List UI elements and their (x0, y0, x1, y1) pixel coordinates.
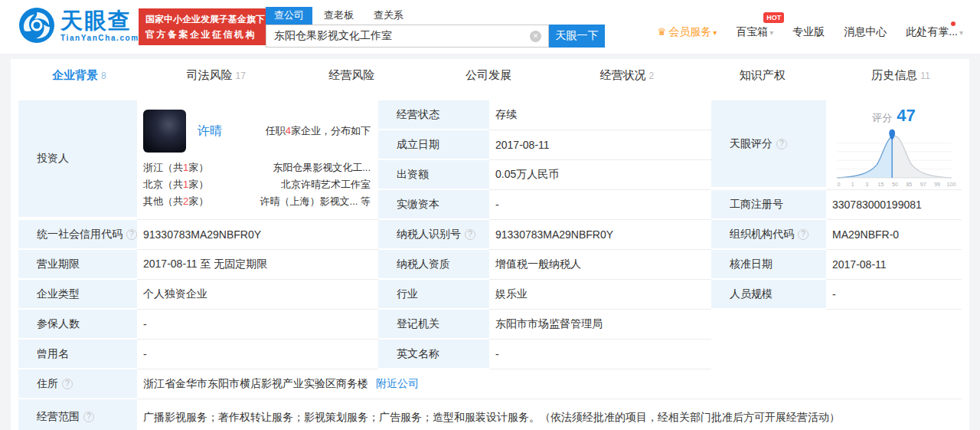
investor-avatar[interactable] (143, 110, 186, 153)
nav-message-center[interactable]: 消息中心 (844, 25, 887, 39)
field-label: 经营状态 (378, 100, 489, 130)
field-value: 0.05万人民币 (489, 160, 711, 190)
tab-intellectual-property[interactable]: 知识产权 (695, 68, 832, 83)
eye-logo-icon (18, 7, 55, 44)
help-icon[interactable]: ? (465, 229, 475, 240)
business-info-table: 投资人 许晴 任职4家企业，分布如下 浙江（共1家） 东阳仓果影视文化工... … (18, 100, 962, 430)
field-value: 91330783MA29NBFR0Y (137, 220, 378, 250)
search-tab-boss[interactable]: 查老板 (315, 7, 362, 25)
search-input[interactable] (266, 25, 549, 48)
caret-down-icon: ▾ (959, 28, 963, 37)
nav-pro-version[interactable]: 专业版 (792, 25, 825, 39)
svg-text:0: 0 (837, 182, 840, 187)
field-label: 住所? (18, 369, 137, 399)
field-label-score: 天眼评分? (711, 100, 826, 189)
field-label: 实缴资本 (378, 190, 489, 220)
field-label: 行业 (378, 280, 489, 310)
field-value: 存续 (489, 100, 711, 130)
top-header: 天眼查 TianYanCha.com 国家中小企业发展子基金旗下 官方备案企业征… (0, 0, 980, 54)
svg-text:100: 100 (946, 182, 956, 187)
nearby-companies-link[interactable]: 附近公司 (376, 377, 419, 391)
notification-dot (951, 21, 956, 26)
tab-operation-risk[interactable]: 经营风险 (285, 68, 422, 83)
search-tab-relation[interactable]: 查关系 (365, 7, 412, 25)
field-value: 广播影视服务；著作权转让服务；影视策划服务；广告服务；造型和服装设计服务。（依法… (137, 399, 962, 430)
empty-cell (711, 310, 962, 340)
svg-text:97: 97 (920, 182, 926, 187)
tab-operation-status[interactable]: 经营状况2 (558, 68, 695, 83)
field-label-investor: 投资人 (18, 100, 137, 218)
field-value: - (489, 190, 711, 220)
tab-judicial-risk[interactable]: 司法风险17 (148, 68, 285, 83)
help-icon[interactable]: ? (798, 229, 808, 240)
help-icon[interactable]: ? (126, 229, 137, 240)
svg-text:85: 85 (906, 182, 912, 187)
field-value: 91330783MA29NBFR0Y (489, 220, 711, 250)
field-value: 2017-08-11 至 无固定期限 (137, 250, 378, 280)
nav-toolbox[interactable]: HOT百宝箱▾ (736, 25, 773, 39)
help-icon[interactable]: ? (776, 139, 787, 149)
tab-company-development[interactable]: 公司发展 (422, 68, 559, 83)
field-label: 纳税人识别号? (378, 220, 489, 250)
svg-text:1: 1 (851, 182, 854, 187)
field-value: 东阳市市场监督管理局 (489, 310, 711, 340)
field-value: 330783000199081 (826, 190, 962, 220)
field-value: MA29NBFR-0 (826, 220, 962, 250)
svg-text:99: 99 (934, 182, 940, 187)
investor-cell: 许晴 任职4家企业，分布如下 浙江（共1家） 东阳仓果影视文化工... 北京（共… (137, 100, 378, 220)
score-value: 评分47 (872, 106, 915, 126)
top-nav: ♛会员服务▾ HOT百宝箱▾ 专业版 消息中心 此处有掌...▾ (658, 25, 963, 39)
investor-region-row[interactable]: 北京（共1家） 北京许晴艺术工作室 (143, 176, 371, 193)
investor-name-link[interactable]: 许晴 (198, 123, 222, 140)
hot-badge: HOT (763, 12, 784, 23)
score-chart-cell: 评分47 0 1 3 (826, 100, 962, 190)
field-value: 2017-08-11 (826, 250, 962, 280)
search-tab-company[interactable]: 查公司 (266, 7, 312, 25)
field-label: 企业类型 (18, 280, 137, 310)
field-label: 曾用名 (18, 340, 137, 369)
search-area: 查公司 查老板 查关系 ✕ 天眼一下 (266, 7, 605, 48)
help-icon[interactable]: ? (62, 379, 73, 389)
field-label: 组织机构代码? (711, 220, 826, 250)
tab-company-background[interactable]: 企业背景8 (11, 68, 148, 83)
field-label: 统一社会信用代码? (18, 220, 137, 250)
svg-text:3: 3 (865, 182, 868, 187)
badge-line1: 国家中小企业发展子基金旗下 (145, 11, 265, 27)
logo-domain: TianYanCha.com (60, 34, 139, 42)
field-value: - (137, 340, 378, 369)
field-value: - (489, 340, 711, 369)
field-label: 纳税人资质 (378, 250, 489, 280)
field-value: - (137, 310, 378, 340)
section-tabs: 企业背景8 司法风险17 经营风险 公司发展 经营状况2 知识产权 历史信息11 (11, 59, 969, 91)
field-label: 参保人数 (18, 310, 137, 340)
help-icon[interactable]: ? (83, 412, 94, 422)
field-value: - (826, 280, 962, 310)
official-certification-badge: 国家中小企业发展子基金旗下 官方备案企业征信机构 (139, 8, 272, 45)
caret-down-icon: ▾ (713, 28, 717, 37)
field-label: 核准日期 (711, 250, 826, 280)
field-label: 营业期限 (18, 250, 137, 280)
investor-region-row[interactable]: 其他（共2家） 许晴（上海）影视文... 等 (143, 193, 371, 210)
field-label: 出资额 (378, 160, 489, 190)
field-value: 个人独资企业 (137, 280, 378, 310)
badge-line2: 官方备案企业征信机构 (145, 27, 265, 42)
svg-text:50: 50 (892, 182, 898, 187)
tab-history-info[interactable]: 历史信息11 (832, 68, 969, 83)
field-label: 人员规模 (711, 280, 826, 310)
field-value: 娱乐业 (489, 280, 711, 310)
svg-text:15: 15 (877, 182, 884, 187)
investor-region-row[interactable]: 浙江（共1家） 东阳仓果影视文化工... (143, 159, 371, 176)
field-label: 经营范围? (18, 399, 137, 430)
search-button[interactable]: 天眼一下 (549, 25, 605, 48)
field-value: 2017-08-11 (489, 130, 711, 160)
nav-more[interactable]: 此处有掌...▾ (906, 25, 963, 39)
field-label: 登记机关 (378, 310, 489, 340)
nav-vip-services[interactable]: ♛会员服务▾ (658, 25, 717, 39)
clear-icon[interactable]: ✕ (530, 31, 541, 42)
field-value: 浙江省金华市东阳市横店影视产业实验区商务楼附近公司 (137, 369, 962, 399)
tianyancha-logo[interactable]: 天眼查 TianYanCha.com (18, 7, 139, 44)
company-detail-card: 企业背景8 司法风险17 经营风险 公司发展 经营状况2 知识产权 历史信息11… (11, 59, 969, 430)
investor-summary: 任职4家企业，分布如下 (266, 124, 371, 138)
field-label: 英文名称 (378, 340, 489, 369)
crown-icon: ♛ (658, 26, 667, 38)
